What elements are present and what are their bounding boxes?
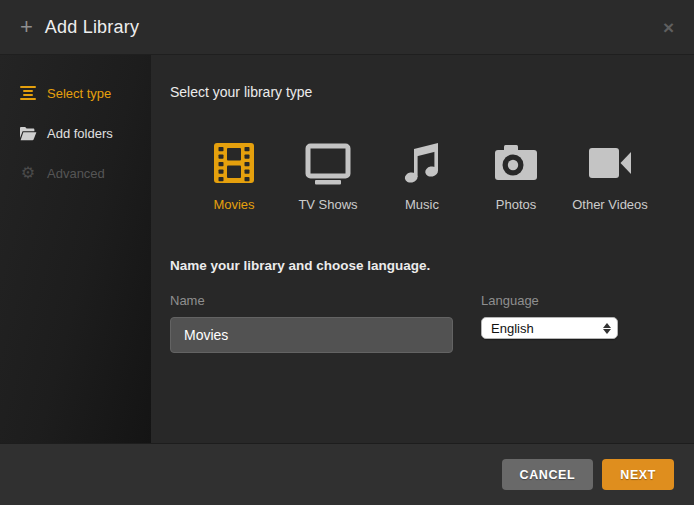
sidebar-item-select-type[interactable]: Select type xyxy=(0,73,151,113)
library-type-other-videos[interactable]: Other Videos xyxy=(574,140,646,212)
list-bars-icon xyxy=(19,84,37,102)
library-type-music[interactable]: Music xyxy=(386,140,458,212)
gear-icon: ⚙ xyxy=(19,164,37,182)
close-icon[interactable]: × xyxy=(663,18,674,37)
dialog-body: Select type Add folders ⚙ Advanced Selec… xyxy=(0,55,694,443)
library-type-label: TV Shows xyxy=(298,197,357,212)
camera-icon xyxy=(493,140,539,186)
language-field-label: Language xyxy=(481,293,618,308)
film-icon xyxy=(212,140,256,186)
dialog-title: Add Library xyxy=(45,17,139,38)
language-field-group: Language English xyxy=(481,293,618,353)
dialog-footer: CANCEL NEXT xyxy=(0,443,694,505)
sidebar-item-advanced[interactable]: ⚙ Advanced xyxy=(0,153,151,193)
fields-row: Name Language English xyxy=(170,293,670,353)
dialog-header: + Add Library × xyxy=(0,0,694,55)
folder-icon xyxy=(19,124,37,142)
library-type-photos[interactable]: Photos xyxy=(480,140,552,212)
library-type-label: Other Videos xyxy=(572,197,648,212)
sidebar-item-add-folders[interactable]: Add folders xyxy=(0,113,151,153)
sidebar-item-label: Advanced xyxy=(47,166,105,181)
next-button[interactable]: NEXT xyxy=(602,459,674,490)
language-selected-value: English xyxy=(491,321,603,336)
main-panel: Select your library type xyxy=(151,55,694,443)
add-library-dialog: + Add Library × Select type Add folders xyxy=(0,0,694,505)
music-note-icon xyxy=(401,140,443,186)
library-type-label: Music xyxy=(405,197,439,212)
library-type-label: Movies xyxy=(213,197,254,212)
cancel-button[interactable]: CANCEL xyxy=(502,459,594,490)
video-camera-icon xyxy=(587,140,633,186)
type-heading: Select your library type xyxy=(170,84,670,100)
name-heading: Name your library and choose language. xyxy=(170,258,670,273)
name-field-label: Name xyxy=(170,293,453,308)
name-field-group: Name xyxy=(170,293,453,353)
language-select[interactable]: English xyxy=(481,317,618,339)
library-name-input[interactable] xyxy=(170,317,453,353)
library-type-label: Photos xyxy=(496,197,536,212)
sidebar-item-label: Add folders xyxy=(47,126,113,141)
library-type-tv-shows[interactable]: TV Shows xyxy=(292,140,364,212)
library-type-movies[interactable]: Movies xyxy=(198,140,270,212)
tv-icon xyxy=(304,140,352,186)
steps-sidebar: Select type Add folders ⚙ Advanced xyxy=(0,55,151,443)
select-stepper-icon xyxy=(603,323,613,334)
plus-icon: + xyxy=(20,16,33,38)
sidebar-item-label: Select type xyxy=(47,86,111,101)
library-type-row: Movies TV Shows xyxy=(198,140,670,212)
